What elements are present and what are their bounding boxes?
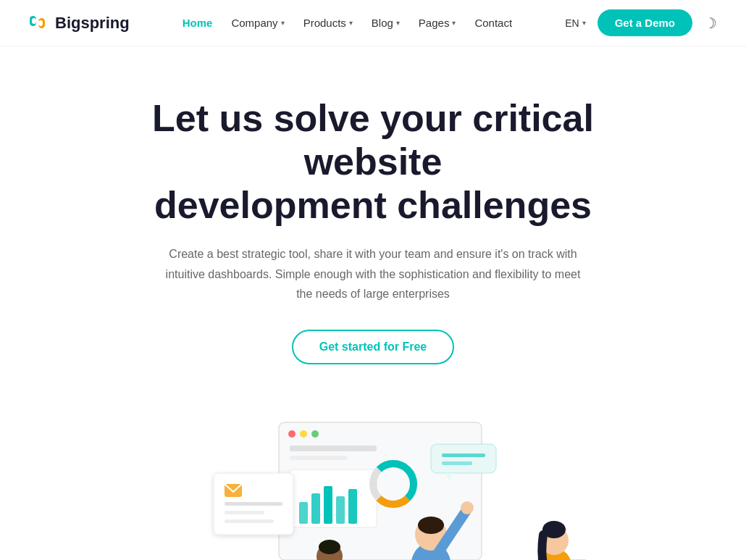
navbar: Bigspring Home Company ▾ Products ▾ Blog… [0,0,746,46]
svg-rect-11 [299,502,308,524]
svg-rect-22 [225,511,264,514]
svg-point-47 [319,540,340,554]
nav-link-products[interactable]: Products ▾ [296,11,360,35]
svg-point-32 [418,517,444,534]
nav-links: Home Company ▾ Products ▾ Blog ▾ Pages ▾ [175,11,519,35]
chevron-down-icon: ▾ [452,19,456,27]
svg-rect-9 [290,456,348,460]
nav-link-blog[interactable]: Blog ▾ [364,11,407,35]
svg-rect-21 [225,502,282,506]
svg-point-6 [300,430,307,438]
hero-subtext: Create a best strategic tool, share it w… [163,244,583,304]
chevron-down-icon: ▾ [396,19,400,27]
nav-item-home[interactable]: Home [175,11,220,35]
nav-item-products[interactable]: Products ▾ [296,11,360,35]
svg-rect-25 [442,454,485,457]
svg-rect-8 [290,446,377,451]
logo[interactable]: Bigspring [29,14,130,33]
nav-link-contact[interactable]: Contact [467,11,519,35]
nav-item-pages[interactable]: Pages ▾ [411,11,464,35]
svg-rect-15 [348,489,357,524]
svg-point-34 [461,501,474,514]
svg-rect-14 [336,496,345,524]
chevron-down-icon: ▾ [582,19,586,27]
language-selector[interactable]: EN ▾ [565,17,585,29]
logo-icon [29,15,49,31]
svg-rect-24 [431,444,496,473]
svg-point-5 [288,430,296,438]
svg-point-39 [542,521,566,538]
svg-rect-1 [32,18,36,24]
nav-link-home[interactable]: Home [175,11,220,35]
nav-item-contact[interactable]: Contact [467,11,519,35]
svg-rect-23 [225,519,274,523]
cta-button[interactable]: Get started for Free [292,330,454,364]
svg-rect-13 [324,486,332,524]
chevron-down-icon: ▾ [281,19,285,27]
svg-rect-26 [442,461,472,465]
chevron-down-icon: ▾ [349,19,353,27]
brand-name: Bigspring [55,14,130,33]
theme-toggle-button[interactable]: ☽ [704,14,717,32]
nav-item-company[interactable]: Company ▾ [224,11,291,35]
nav-link-company[interactable]: Company ▾ [224,11,291,35]
nav-link-pages[interactable]: Pages ▾ [411,11,464,35]
get-demo-button[interactable]: Get a Demo [598,9,692,36]
nav-item-blog[interactable]: Blog ▾ [364,11,407,35]
hero-illustration: H L 5 [120,401,626,560]
hero-section: Let us solve your critical website devel… [0,46,746,560]
nav-right: EN ▾ Get a Demo ☽ [565,9,717,36]
svg-rect-3 [38,20,43,26]
svg-point-7 [311,430,319,438]
svg-rect-12 [311,493,320,524]
hero-heading: Let us solve your critical website devel… [120,97,626,227]
